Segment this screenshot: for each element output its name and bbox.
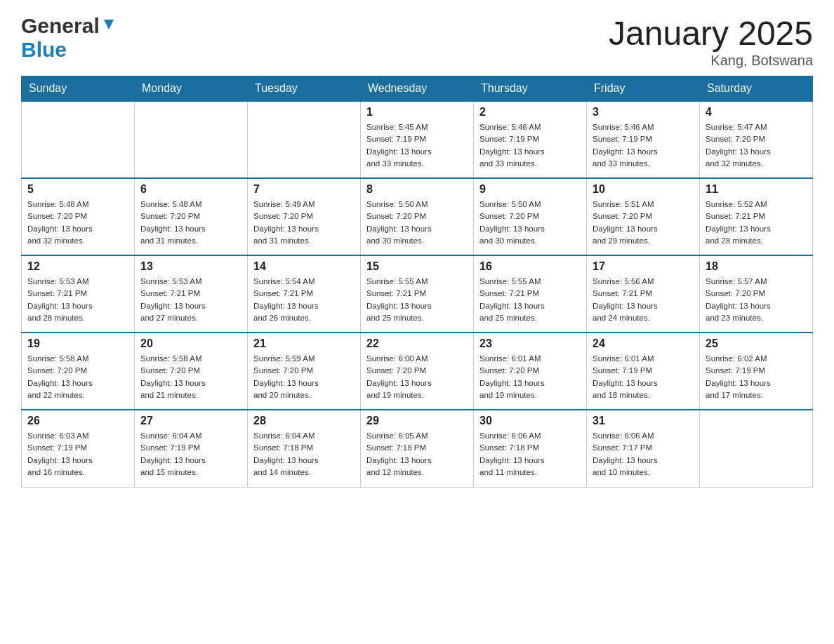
day-number: 13 <box>140 260 241 273</box>
header-friday: Friday <box>587 76 700 102</box>
day-info: Sunrise: 5:52 AM Sunset: 7:21 PM Dayligh… <box>706 199 807 247</box>
header-sunday: Sunday <box>22 76 135 102</box>
table-row: 30Sunrise: 6:06 AM Sunset: 7:18 PM Dayli… <box>474 410 587 487</box>
day-info: Sunrise: 5:48 AM Sunset: 7:20 PM Dayligh… <box>140 199 241 247</box>
day-number: 28 <box>253 415 355 427</box>
table-row: 25Sunrise: 6:02 AM Sunset: 7:19 PM Dayli… <box>700 333 813 410</box>
svg-marker-0 <box>104 20 114 29</box>
day-number: 20 <box>140 337 241 350</box>
table-row: 27Sunrise: 6:04 AM Sunset: 7:19 PM Dayli… <box>135 410 248 487</box>
day-number: 3 <box>593 106 694 119</box>
table-row: 23Sunrise: 6:01 AM Sunset: 7:20 PM Dayli… <box>474 333 587 410</box>
calendar-title: January 2025 <box>609 14 813 53</box>
table-row: 6Sunrise: 5:48 AM Sunset: 7:20 PM Daylig… <box>135 178 248 255</box>
day-info: Sunrise: 5:58 AM Sunset: 7:20 PM Dayligh… <box>140 353 241 401</box>
day-info: Sunrise: 5:46 AM Sunset: 7:19 PM Dayligh… <box>593 121 694 170</box>
day-info: Sunrise: 5:59 AM Sunset: 7:20 PM Dayligh… <box>253 353 355 401</box>
calendar-week-row: 26Sunrise: 6:03 AM Sunset: 7:19 PM Dayli… <box>22 410 813 487</box>
day-number: 15 <box>366 260 468 273</box>
table-row: 19Sunrise: 5:58 AM Sunset: 7:20 PM Dayli… <box>22 333 135 410</box>
table-row: 8Sunrise: 5:50 AM Sunset: 7:20 PM Daylig… <box>361 178 474 255</box>
day-info: Sunrise: 5:55 AM Sunset: 7:21 PM Dayligh… <box>366 276 468 324</box>
day-number: 5 <box>27 183 128 196</box>
logo-general-text: General <box>21 14 100 38</box>
day-number: 4 <box>706 106 807 119</box>
table-row: 4Sunrise: 5:47 AM Sunset: 7:20 PM Daylig… <box>700 101 813 178</box>
day-info: Sunrise: 6:06 AM Sunset: 7:18 PM Dayligh… <box>479 430 581 478</box>
day-number: 7 <box>253 183 355 196</box>
header-wednesday: Wednesday <box>361 76 474 102</box>
table-row: 21Sunrise: 5:59 AM Sunset: 7:20 PM Dayli… <box>248 333 361 410</box>
table-row: 5Sunrise: 5:48 AM Sunset: 7:20 PM Daylig… <box>22 178 135 255</box>
day-number: 23 <box>479 337 581 350</box>
day-info: Sunrise: 6:00 AM Sunset: 7:20 PM Dayligh… <box>366 353 468 401</box>
table-row: 31Sunrise: 6:06 AM Sunset: 7:17 PM Dayli… <box>587 410 700 487</box>
calendar-week-row: 12Sunrise: 5:53 AM Sunset: 7:21 PM Dayli… <box>22 255 813 333</box>
day-info: Sunrise: 6:04 AM Sunset: 7:19 PM Dayligh… <box>140 430 241 478</box>
day-number: 14 <box>253 260 355 273</box>
header-monday: Monday <box>135 76 248 102</box>
table-row: 14Sunrise: 5:54 AM Sunset: 7:21 PM Dayli… <box>248 255 361 333</box>
calendar-week-row: 5Sunrise: 5:48 AM Sunset: 7:20 PM Daylig… <box>22 178 813 255</box>
day-info: Sunrise: 6:02 AM Sunset: 7:19 PM Dayligh… <box>706 353 807 401</box>
day-info: Sunrise: 5:53 AM Sunset: 7:21 PM Dayligh… <box>27 276 128 324</box>
table-row: 18Sunrise: 5:57 AM Sunset: 7:20 PM Dayli… <box>700 255 813 333</box>
day-number: 11 <box>706 183 807 196</box>
day-info: Sunrise: 5:49 AM Sunset: 7:20 PM Dayligh… <box>253 199 355 247</box>
day-info: Sunrise: 5:45 AM Sunset: 7:19 PM Dayligh… <box>366 121 468 170</box>
table-row: 7Sunrise: 5:49 AM Sunset: 7:20 PM Daylig… <box>248 178 361 255</box>
table-row: 12Sunrise: 5:53 AM Sunset: 7:21 PM Dayli… <box>22 255 135 333</box>
day-info: Sunrise: 5:53 AM Sunset: 7:21 PM Dayligh… <box>140 276 241 324</box>
day-info: Sunrise: 6:04 AM Sunset: 7:18 PM Dayligh… <box>253 430 355 478</box>
day-info: Sunrise: 6:06 AM Sunset: 7:17 PM Dayligh… <box>593 430 694 478</box>
day-number: 25 <box>706 337 807 350</box>
table-row: 11Sunrise: 5:52 AM Sunset: 7:21 PM Dayli… <box>700 178 813 255</box>
table-row: 9Sunrise: 5:50 AM Sunset: 7:20 PM Daylig… <box>474 178 587 255</box>
day-number: 29 <box>366 415 468 427</box>
day-number: 24 <box>593 337 694 350</box>
day-info: Sunrise: 6:01 AM Sunset: 7:20 PM Dayligh… <box>479 353 581 401</box>
table-row: 13Sunrise: 5:53 AM Sunset: 7:21 PM Dayli… <box>135 255 248 333</box>
logo-arrow-icon <box>101 17 117 35</box>
day-info: Sunrise: 6:03 AM Sunset: 7:19 PM Dayligh… <box>27 430 128 478</box>
day-info: Sunrise: 6:05 AM Sunset: 7:18 PM Dayligh… <box>366 430 468 478</box>
day-info: Sunrise: 5:58 AM Sunset: 7:20 PM Dayligh… <box>27 353 128 401</box>
day-number: 2 <box>479 106 581 119</box>
table-row: 22Sunrise: 6:00 AM Sunset: 7:20 PM Dayli… <box>361 333 474 410</box>
day-number: 30 <box>479 415 581 427</box>
day-number: 21 <box>253 337 355 350</box>
day-info: Sunrise: 5:56 AM Sunset: 7:21 PM Dayligh… <box>593 276 694 324</box>
day-number: 12 <box>27 260 128 273</box>
day-number: 1 <box>366 106 468 119</box>
day-number: 27 <box>140 415 241 427</box>
table-row <box>248 101 361 178</box>
day-info: Sunrise: 5:50 AM Sunset: 7:20 PM Dayligh… <box>479 199 581 247</box>
logo: General Blue <box>21 14 117 62</box>
day-info: Sunrise: 5:55 AM Sunset: 7:21 PM Dayligh… <box>479 276 581 324</box>
calendar-location: Kang, Botswana <box>609 53 813 69</box>
title-section: January 2025 Kang, Botswana <box>609 14 813 69</box>
day-number: 22 <box>366 337 468 350</box>
day-info: Sunrise: 5:51 AM Sunset: 7:20 PM Dayligh… <box>593 199 694 247</box>
day-info: Sunrise: 5:48 AM Sunset: 7:20 PM Dayligh… <box>27 199 128 247</box>
day-number: 19 <box>27 337 128 350</box>
table-row: 16Sunrise: 5:55 AM Sunset: 7:21 PM Dayli… <box>474 255 587 333</box>
header-thursday: Thursday <box>474 76 587 102</box>
table-row: 28Sunrise: 6:04 AM Sunset: 7:18 PM Dayli… <box>248 410 361 487</box>
day-number: 17 <box>593 260 694 273</box>
day-number: 16 <box>479 260 581 273</box>
table-row: 26Sunrise: 6:03 AM Sunset: 7:19 PM Dayli… <box>22 410 135 487</box>
header-tuesday: Tuesday <box>248 76 361 102</box>
day-info: Sunrise: 5:54 AM Sunset: 7:21 PM Dayligh… <box>253 276 355 324</box>
table-row <box>135 101 248 178</box>
table-row: 29Sunrise: 6:05 AM Sunset: 7:18 PM Dayli… <box>361 410 474 487</box>
day-number: 18 <box>706 260 807 273</box>
day-info: Sunrise: 6:01 AM Sunset: 7:19 PM Dayligh… <box>593 353 694 401</box>
table-row: 3Sunrise: 5:46 AM Sunset: 7:19 PM Daylig… <box>587 101 700 178</box>
calendar-header-row: Sunday Monday Tuesday Wednesday Thursday… <box>22 76 813 102</box>
page-header: General Blue January 2025 Kang, Botswana <box>21 14 813 69</box>
table-row <box>700 410 813 487</box>
day-number: 6 <box>140 183 241 196</box>
day-number: 9 <box>479 183 581 196</box>
logo-blue-text: Blue <box>21 38 67 62</box>
